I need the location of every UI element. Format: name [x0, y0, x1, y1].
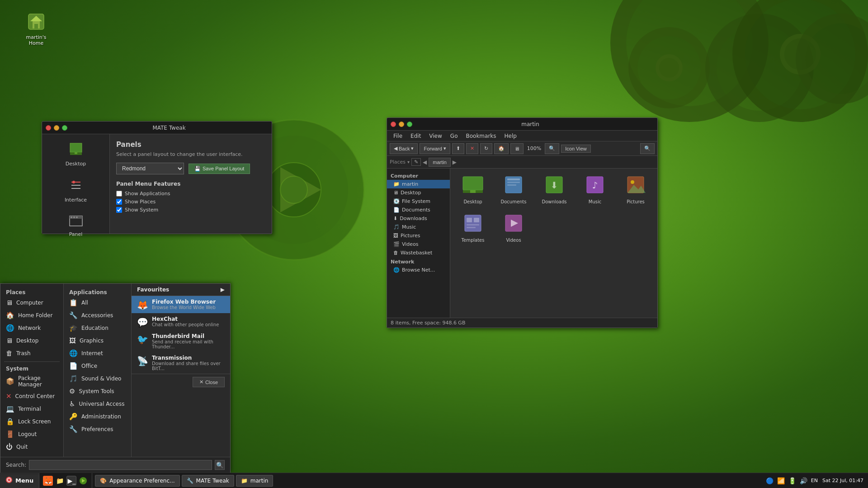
fav-item-hexchat[interactable]: 💬 HexChat Chat with other people online [132, 313, 230, 330]
file-item-downloads[interactable]: ⬇ Downloads [536, 173, 572, 207]
taskbar-system-tray: 🔵 📶 🔋 🔊 EN Sat 22 Jul, 01:47 [760, 473, 868, 488]
menu-cat-graphics[interactable]: 🖼 Graphics [64, 334, 131, 347]
fm-sidebar-music[interactable]: 🎵 Music [387, 223, 450, 231]
desktop-home-icon[interactable]: martin's Home [18, 9, 54, 48]
search-button[interactable]: 🔍 [215, 460, 225, 470]
fm-stop-btn[interactable]: ✕ [466, 143, 478, 154]
menu-item-home-folder[interactable]: 🏠 Home Folder [0, 309, 63, 322]
fm-forward-btn[interactable]: Forward ▾ [420, 143, 450, 154]
search-input[interactable] [29, 460, 212, 470]
menu-cat-office[interactable]: 📄 Office [64, 360, 131, 372]
menu-item-control-center[interactable]: ✕ Control Center [0, 390, 63, 403]
menu-cat-accessories[interactable]: 🔧 Accessories [64, 309, 131, 322]
fm-computer-btn[interactable]: 🖥 [510, 143, 524, 154]
fm-sidebar-browse-network[interactable]: 🌐 Browse Net... [387, 266, 450, 274]
menu-item-logout[interactable]: 🚪 Logout [0, 428, 63, 441]
file-item-pictures[interactable]: Pictures [618, 173, 654, 207]
tweak-save-btn[interactable]: 💾 Save Panel Layout [189, 164, 250, 174]
network-menu-icon: 🌐 [6, 324, 14, 332]
fm-location-btn[interactable]: martin [429, 158, 451, 167]
menu-item-quit[interactable]: ⏻ Quit [0, 441, 63, 453]
fm-menu-go[interactable]: Go [447, 132, 462, 140]
keyboard-tray-icon[interactable]: EN [810, 478, 819, 483]
fav-item-firefox[interactable]: 🦊 Firefox Web Browser Browse the World W… [132, 296, 230, 313]
file-item-templates[interactable]: Templates [455, 211, 491, 245]
file-item-videos[interactable]: Videos [495, 211, 532, 245]
volume-tray-icon[interactable]: 🔊 [799, 477, 808, 484]
menu-item-terminal[interactable]: 💻 Terminal [0, 403, 63, 415]
wifi-tray-icon[interactable]: 📶 [776, 477, 786, 484]
file-item-documents[interactable]: Documents [495, 173, 532, 207]
menu-item-lock-screen[interactable]: 🔒 Lock Screen [0, 415, 63, 428]
fm-menu-edit[interactable]: Edit [407, 132, 425, 140]
taskbar-menu-btn[interactable]: Menu [0, 473, 39, 488]
fm-up-btn[interactable]: ⬆ [452, 143, 464, 154]
menu-cat-sound-video[interactable]: 🎵 Sound & Video [64, 372, 131, 385]
taskbar-files-icon[interactable]: 📁 [55, 476, 65, 486]
fav-item-thunderbird[interactable]: 🐦 Thunderbird Mail Send and receive mail… [132, 330, 230, 352]
fm-sidebar-martin[interactable]: 📁 martin [387, 180, 450, 188]
menu-cat-administration[interactable]: 🔑 Administration [64, 410, 131, 423]
taskbar-app-appearance[interactable]: 🎨 Appearance Preferenc... [95, 475, 179, 487]
battery-tray-icon[interactable]: 🔋 [788, 477, 797, 484]
menu-item-package-manager[interactable]: 📦 Package Manager [0, 373, 63, 390]
taskbar-terminal-icon[interactable]: ▶_ [66, 476, 76, 486]
tweak-show-apps-check[interactable] [116, 191, 122, 197]
mate-tweak-max-btn[interactable] [62, 125, 67, 131]
fm-sidebar-filesystem[interactable]: 💽 File System [387, 197, 450, 206]
taskbar-firefox-icon[interactable]: 🦊 [43, 476, 53, 486]
fm-sidebar-pictures[interactable]: 🖼 Pictures [387, 231, 450, 240]
menu-cat-system-tools[interactable]: ⚙ System Tools [64, 385, 131, 398]
fm-sidebar-desktop[interactable]: 🖥 Desktop [387, 188, 450, 197]
file-item-music[interactable]: ♪ Music [577, 173, 613, 207]
tweak-layout-select[interactable]: Redmond Cupertino Pantheon Traditional [116, 163, 184, 174]
tweak-show-places-check[interactable] [116, 199, 122, 205]
menu-item-desktop[interactable]: 🖥 Desktop [0, 334, 63, 347]
fm-menu-bookmarks[interactable]: Bookmarks [462, 132, 500, 140]
fm-close-btn[interactable] [391, 122, 396, 127]
menu-close-btn[interactable]: ✕ Close [193, 377, 225, 387]
fm-menu-help[interactable]: Help [501, 132, 520, 140]
menu-item-computer[interactable]: 🖥 Computer [0, 296, 63, 309]
tweak-sidebar-interface[interactable]: Interface [42, 175, 109, 206]
fm-back-btn[interactable]: ◀ Back ▾ [390, 143, 418, 154]
fm-search-btn[interactable]: 🔍 [640, 143, 655, 154]
fm-sidebar-videos[interactable]: 🎬 Videos [387, 240, 450, 249]
fm-sidebar-documents[interactable]: 📄 Documents [387, 206, 450, 214]
taskbar-mate-icon[interactable] [78, 476, 88, 486]
menu-cat-all[interactable]: 📋 All [64, 296, 131, 309]
svg-text:♪: ♪ [592, 180, 598, 191]
menu-item-network[interactable]: 🌐 Network [0, 322, 63, 334]
svg-point-19 [73, 216, 75, 218]
menu-cat-education[interactable]: 🎓 Education [64, 322, 131, 334]
fm-places-label[interactable]: Places [390, 159, 406, 165]
tweak-show-system-check[interactable] [116, 207, 122, 213]
fm-min-btn[interactable] [399, 122, 404, 127]
tweak-sidebar-panel[interactable]: Panel [42, 211, 109, 241]
mate-tweak-close-btn[interactable]: ● [46, 125, 51, 131]
fm-home-btn[interactable]: 🏠 [494, 143, 509, 154]
fm-sidebar-wastebasket[interactable]: 🗑 Wastebasket [387, 249, 450, 257]
taskbar-app-martin[interactable]: 📁 martin [236, 475, 274, 487]
fm-edit-location-btn[interactable]: ✎ [411, 158, 421, 166]
menu-item-trash[interactable]: 🗑 Trash [0, 347, 63, 360]
fm-view-btn[interactable]: Icon View [561, 145, 591, 153]
taskbar-app-mate-tweak[interactable]: 🔧 MATE Tweak [182, 475, 234, 487]
menu-cat-preferences[interactable]: 🔧 Preferences [64, 423, 131, 436]
file-item-desktop[interactable]: Desktop [455, 173, 491, 207]
downloads-file-icon: ⬇ [544, 176, 564, 197]
mate-tweak-min-btn[interactable] [54, 125, 59, 131]
fm-zoom-toggle-btn[interactable]: 🔍 [545, 143, 559, 154]
taskbar-clock[interactable]: Sat 22 Jul, 01:47 [822, 478, 863, 483]
fm-menu-view[interactable]: View [425, 132, 445, 140]
bluetooth-tray-icon[interactable]: 🔵 [765, 477, 774, 484]
menu-cat-universal-access[interactable]: ♿ Universal Access [64, 398, 131, 410]
fm-sidebar-downloads[interactable]: ⬇ Downloads [387, 214, 450, 223]
fm-menu-file[interactable]: File [390, 132, 406, 140]
tweak-sidebar-desktop[interactable]: Desktop [42, 139, 109, 170]
mate-tweak-app-icon: 🔧 [187, 478, 193, 484]
fav-item-transmission[interactable]: 📡 Transmission Download and share files … [132, 352, 230, 374]
fm-reload-btn[interactable]: ↻ [480, 143, 492, 154]
menu-cat-internet[interactable]: 🌐 Internet [64, 347, 131, 360]
fm-max-btn[interactable] [407, 122, 412, 127]
